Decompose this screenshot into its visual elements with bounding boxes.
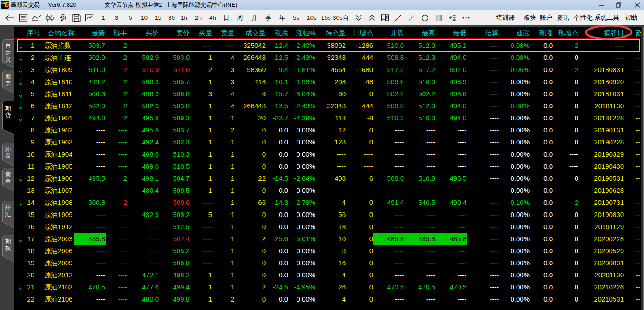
gradient-bar-icon[interactable] — [433, 10, 445, 25]
cell-open: ---- — [395, 148, 404, 160]
sidebar-tab-期权[interactable]: 期权 — [2, 234, 14, 262]
quote-row-原油1908[interactable]: 14原油1908500.82----500.6----166-14.3-2.78… — [14, 196, 641, 208]
quote-row-原油1902[interactable]: 8原油1902--------495.8503.71200.00.00%120-… — [14, 124, 641, 136]
quote-row-原油1809[interactable]: 3原油1809511.02510.9511.02358360-9.4-1.81%… — [14, 64, 641, 76]
period-button-15s[interactable]: 15s — [321, 10, 331, 25]
quote-row-原油指数[interactable]: 1原油指数503.72----------------325042-12.4-2… — [14, 39, 641, 51]
menu-培训课[interactable]: 培训课 — [496, 10, 515, 25]
column-header-askv[interactable]: 卖量 — [221, 27, 234, 38]
column-header-chgp[interactable]: 涨幅% — [296, 27, 315, 38]
back-arrow-icon[interactable] — [4, 10, 16, 25]
sidebar-tab-黄金[interactable]: 黄金 — [2, 167, 14, 191]
period-button-3[interactable]: 3 — [115, 10, 119, 25]
quote-row-原油1907[interactable]: 13原油1907--------486.4509.51100.00.00%---… — [14, 184, 641, 196]
cell-askv: 1 — [231, 136, 234, 148]
column-header-fast[interactable]: 速涨 — [516, 27, 530, 38]
quote-list-icon[interactable] — [17, 10, 29, 25]
column-header-vol[interactable]: 成交量 — [246, 27, 266, 38]
period-button-30s[interactable]: 30s — [333, 10, 343, 25]
minimize-button[interactable] — [595, 0, 608, 10]
quote-row-原油1812[interactable]: 6原油1812502.92502.9503.014266448-12.5-2.4… — [14, 100, 641, 112]
sidebar-tab-股票[interactable]: 股票 — [2, 69, 14, 93]
lightning-order-icon[interactable] — [57, 10, 69, 25]
close-button[interactable] — [631, 0, 644, 10]
sidebar-tab-外盘[interactable]: 外盘 — [2, 142, 14, 166]
period-button-自[interactable]: 自 — [343, 10, 349, 25]
column-header-last[interactable]: 最新 — [92, 27, 105, 38]
menu-板块[interactable]: 板块 — [524, 10, 536, 25]
column-header-ask[interactable]: 卖价 — [176, 27, 190, 38]
period-button-10s[interactable]: 10s — [307, 10, 317, 25]
quote-row-原油主连[interactable]: 2原油主连502.92502.9503.014266448-12.5-2.43%… — [14, 51, 641, 64]
column-header-high[interactable]: 最高 — [422, 27, 435, 38]
column-header-cur[interactable]: 现手 — [114, 27, 127, 38]
period-button-15[interactable]: 15 — [155, 10, 161, 25]
period-button-1h[interactable]: 1h — [181, 10, 187, 25]
period-button-30[interactable]: 30 — [168, 10, 175, 25]
column-header-name[interactable]: 合约名称 — [48, 27, 75, 38]
column-header-cchg[interactable]: 现涨 — [539, 27, 553, 38]
period-button-年[interactable]: 年 — [279, 10, 285, 25]
quote-row-原油2106[interactable]: 22原油2106--------480.0499.81200.00.00%40-… — [14, 293, 641, 305]
cell-ask: 506.8 — [173, 257, 190, 269]
quote-row-原油1905[interactable]: 11原油1905--------489.6510.51100.00.00%---… — [14, 160, 641, 172]
column-header-coi[interactable]: 现增仓 — [558, 27, 578, 38]
menu-系统工具[interactable]: 系统工具 — [594, 10, 619, 25]
sidebar-tab-期货[interactable]: 期货 — [2, 100, 14, 135]
quote-row-原油1810[interactable]: 4原油1810499.22500.3505.713118-10.1-1.98%2… — [14, 76, 641, 88]
period-button-10[interactable]: 10 — [141, 10, 148, 25]
layout-grid-icon[interactable] — [379, 10, 391, 25]
column-header-oichg[interactable]: 日增仓 — [353, 27, 373, 38]
period-button-日[interactable]: 日 — [223, 10, 229, 25]
diagonal-segment-icon[interactable] — [406, 10, 417, 25]
quote-row-原油2006[interactable]: 18原油2006------------505.2----100.00.00%8… — [14, 245, 641, 257]
quote-row-原油1904[interactable]: 10原油1904--------488.6510.31100.00.00%---… — [14, 148, 641, 160]
chart-window-icon[interactable] — [84, 10, 95, 25]
column-header-delist[interactable]: 摘牌日 — [604, 27, 624, 38]
period-button-5[interactable]: 5 — [129, 10, 132, 25]
quote-row-原油1901[interactable]: 7原油1901494.02495.8509.31120-22.7-4.39%11… — [14, 112, 641, 124]
quote-row-原油2003[interactable]: 17原油2003485.8--------507.4----12-25.6-5.… — [14, 233, 641, 245]
quote-row-原油1909[interactable]: 15原油1909--------482.9508.25100.00.00%560… — [14, 208, 641, 221]
period-button-1[interactable]: 1 — [102, 10, 105, 25]
quote-row-原油1906[interactable]: 12原油1906495.52498.1504.71122-14.5-2.84%4… — [14, 172, 641, 184]
period-button-周[interactable]: 周 — [237, 10, 243, 25]
period-button-月[interactable]: 月 — [251, 10, 258, 25]
align-bars-icon[interactable] — [446, 10, 458, 25]
column-header-seq[interactable]: 序号 — [27, 27, 40, 38]
column-header-bidv[interactable]: 买量 — [199, 27, 212, 38]
menu-帮助[interactable]: 帮助 — [625, 10, 637, 25]
quote-row-原油1811[interactable]: 5原油1811500.32496.3506.0346-15.7-3.04%600… — [14, 88, 641, 100]
column-header-oi[interactable]: 持仓量 — [326, 27, 346, 38]
double-chevron-up-icon[interactable] — [366, 10, 378, 25]
quote-row-原油1903[interactable]: 9原油1903--------492.4502.31100.00.00%1280… — [14, 136, 641, 148]
quote-row-原油2012[interactable]: 20原油2012--------472.1498.21100.00.00%40-… — [14, 269, 641, 281]
save-icon[interactable] — [71, 10, 82, 25]
period-button-4h[interactable]: 4h — [209, 10, 216, 25]
menu-个性化[interactable]: 个性化 — [574, 10, 593, 25]
menu-资讯[interactable]: 资讯 — [557, 10, 569, 25]
column-header-bid[interactable]: 买价 — [145, 27, 159, 38]
period-button-2h[interactable]: 2h — [195, 10, 202, 25]
restore-button[interactable] — [612, 0, 625, 10]
candlestick-icon[interactable] — [44, 10, 56, 25]
circle-icon[interactable] — [419, 10, 431, 25]
quote-row-原油1912[interactable]: 16原油1912------------512.9----100.00.00%1… — [14, 221, 641, 233]
quote-row-原油2009[interactable]: 19原油2009------------506.8----100.00.00%1… — [14, 257, 641, 269]
double-chevron-down-icon[interactable] — [353, 10, 364, 25]
period-button-季[interactable]: 季 — [265, 10, 271, 25]
cell-bid: 486.4 — [142, 184, 159, 196]
ellipsis-icon[interactable] — [460, 10, 472, 25]
period-button-5s[interactable]: 5s — [293, 10, 299, 25]
trend-line-icon[interactable] — [31, 10, 42, 25]
sidebar-tab-自定义[interactable]: 自定义 — [2, 39, 14, 68]
sidebar-tab-外汇[interactable]: 外汇 — [2, 200, 14, 228]
column-header-settle[interactable]: 结算 — [485, 27, 499, 38]
column-header-low[interactable]: 最低 — [453, 27, 466, 38]
column-header-open[interactable]: 开盘 — [390, 27, 404, 38]
cell-chg: -22.7 — [273, 112, 288, 124]
diagonal-line-icon[interactable] — [392, 10, 404, 25]
quote-row-原油2103[interactable]: 21原油2103470.5----477.6499.4112-24.5-4.95… — [14, 281, 641, 293]
menu-账户[interactable]: 账户 — [540, 10, 552, 25]
column-header-chg[interactable]: 涨跌 — [275, 27, 288, 38]
